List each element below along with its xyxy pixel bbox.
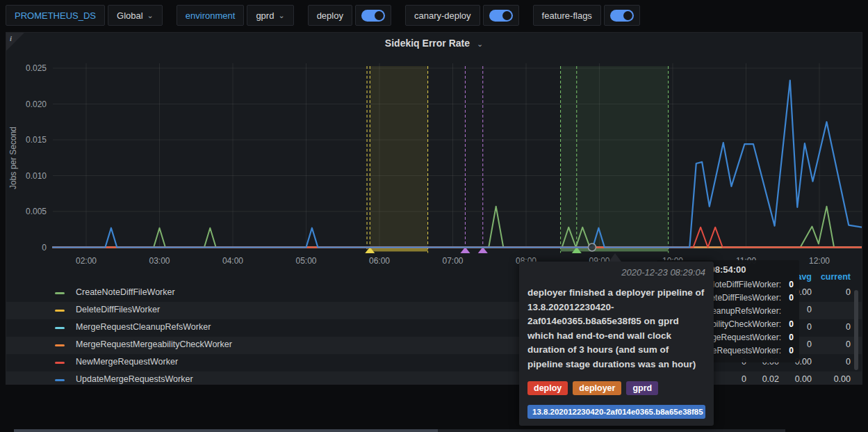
y-tick-label: 0.015 xyxy=(26,135,47,145)
legend-value: 0.02 xyxy=(744,374,779,384)
y-axis-title: Jobs per Second xyxy=(8,127,18,189)
x-tick-label: 03:00 xyxy=(149,256,170,266)
series-color-icon[interactable] xyxy=(55,344,65,346)
x-tick-label: 02:00 xyxy=(76,256,97,266)
legend-value: 0 xyxy=(816,357,851,367)
chevron-down-icon: ⌄ xyxy=(147,11,154,20)
legend-scrollbar[interactable] xyxy=(854,290,858,370)
y-tick-label: 0 xyxy=(42,243,47,253)
info-icon: i xyxy=(10,34,12,42)
chevron-down-icon: ⌄ xyxy=(278,11,284,20)
series-CreateNoteDiffFileWorker xyxy=(53,207,862,248)
legend-value: 0.00 xyxy=(816,374,851,384)
series-NewMergeRequestWorker xyxy=(53,227,862,248)
series-color-icon[interactable] xyxy=(55,379,65,381)
hover-series-value: 0 xyxy=(788,319,794,329)
annotation-region xyxy=(561,66,669,248)
datasource-value: Global xyxy=(117,10,143,21)
hover-series-value: 0 xyxy=(788,346,794,355)
feature-flags-label: feature-flags xyxy=(533,5,601,26)
canary-deploy-toggle[interactable] xyxy=(483,5,519,26)
annotation-tags: deploydeployergprd xyxy=(527,381,705,395)
hover-series-value: 0 xyxy=(788,333,794,342)
legend-value: 0 xyxy=(816,322,851,332)
x-tick-label: 12:00 xyxy=(809,256,830,266)
series-UpdateMergeRequestsWorker xyxy=(53,81,862,248)
legend-row: UpdateMergeRequestsWorker00.020.000.00 xyxy=(6,371,862,385)
legend-series-name[interactable]: MergeRequestCleanupRefsWorker xyxy=(76,322,211,332)
legend-series-name[interactable]: NewMergeRequestWorker xyxy=(76,357,178,367)
series-color-icon[interactable] xyxy=(55,310,65,312)
series-color-icon[interactable] xyxy=(55,362,65,364)
series-color-icon[interactable] xyxy=(55,292,65,294)
deploy-label: deploy xyxy=(308,5,352,26)
toggle-on-icon xyxy=(361,10,385,22)
y-tick-label: 0.025 xyxy=(26,63,47,73)
legend-value: 0 xyxy=(712,374,746,384)
toggle-on-icon xyxy=(489,10,513,22)
legend-value: 0.00 xyxy=(777,374,812,384)
annotation-tooltip: 2020-12-23 08:29:04 deployer finished a … xyxy=(519,262,714,426)
environment-label[interactable]: environment xyxy=(177,5,245,26)
panel-info-corner[interactable]: i xyxy=(6,33,24,51)
horizontal-scrollbar-thumb[interactable] xyxy=(14,429,438,432)
x-tick-label: 06:00 xyxy=(369,256,390,266)
legend-value: 0 xyxy=(816,287,851,297)
annotation-text: deployer finished a deployer pipeline of… xyxy=(527,286,705,371)
deploy-toggle[interactable] xyxy=(355,5,391,26)
hover-series-value: 0 xyxy=(788,293,794,303)
y-tick-label: 0.010 xyxy=(26,171,47,181)
x-tick-label: 05:00 xyxy=(295,256,316,266)
chevron-down-icon: ⌄ xyxy=(477,40,483,48)
annotation-version-tag: 13.8.202012230420-2af014e0365.b8a65e38f8… xyxy=(527,405,705,419)
environment-value: gprd xyxy=(256,10,274,21)
annotation-region xyxy=(370,66,427,248)
legend-series-name[interactable]: MergeRequestMergeabilityCheckWorker xyxy=(76,339,232,349)
tag-gprd: gprd xyxy=(626,381,658,395)
dashboard-toolbar: PROMETHEUS_DS Global ⌄ environment gprd … xyxy=(6,4,643,26)
tag-deployer: deployer xyxy=(573,381,621,395)
annotation-timestamp: 2020-12-23 08:29:04 xyxy=(519,262,714,280)
y-tick-label: 0.005 xyxy=(26,207,47,216)
legend-value: 0 xyxy=(816,339,851,349)
annotation-region-bar[interactable] xyxy=(370,248,427,252)
legend-series-name[interactable]: UpdateMergeRequestsWorker xyxy=(76,374,193,384)
y-tick-label: 0.020 xyxy=(26,99,47,109)
environment-picker[interactable]: gprd ⌄ xyxy=(247,5,293,26)
x-tick-label: 07:00 xyxy=(442,256,463,266)
tag-deploy: deploy xyxy=(527,381,568,395)
panel-title-menu[interactable]: Sidekiq Error Rate ⌄ xyxy=(6,38,862,49)
legend-header-current[interactable]: current xyxy=(821,272,851,282)
horizontal-scrollbar-track xyxy=(438,429,785,432)
legend-series-name[interactable]: CreateNoteDiffFileWorker xyxy=(76,287,175,297)
hover-point-icon xyxy=(588,243,596,251)
datasource-label[interactable]: PROMETHEUS_DS xyxy=(6,5,105,26)
series-color-icon[interactable] xyxy=(55,327,65,329)
x-tick-label: 04:00 xyxy=(222,256,243,266)
page-title: Sidekiq Error Rate xyxy=(385,38,470,49)
hover-series-value: 0 xyxy=(788,280,794,289)
feature-flags-toggle[interactable] xyxy=(604,5,640,26)
canary-deploy-label: canary-deploy xyxy=(405,5,480,26)
timeseries-chart[interactable]: 00.0050.0100.0150.0200.02502:0003:0004:0… xyxy=(6,33,862,273)
toggle-on-icon xyxy=(610,10,634,22)
tooltip-arrow-icon xyxy=(609,253,621,262)
datasource-picker[interactable]: Global ⌄ xyxy=(108,5,163,26)
legend-series-name[interactable]: DeleteDiffFilesWorker xyxy=(76,305,160,314)
